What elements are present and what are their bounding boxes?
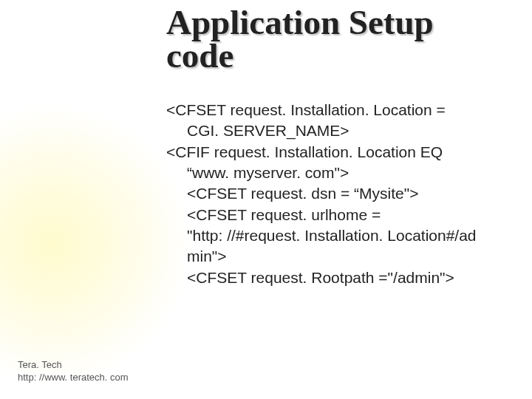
code-line: "http: //#request. Installation. Locatio… <box>166 225 491 246</box>
code-line: <CFSET request. urlhome = <box>166 205 491 225</box>
footer-brand: Tera. Tech <box>18 359 129 372</box>
code-line: <CFIF request. Installation. Location EQ <box>166 142 491 163</box>
code-line: <CFSET request. Installation. Location = <box>166 100 491 120</box>
footer: Tera. Tech http: //www. teratech. com <box>18 359 129 384</box>
background-glow <box>0 103 192 384</box>
code-block: <CFSET request. Installation. Location =… <box>166 100 491 288</box>
slide-title: Application Setup code <box>166 6 506 72</box>
code-line: min"> <box>166 246 491 267</box>
code-line: “www. myserver. com"> <box>166 163 491 183</box>
footer-url: http: //www. teratech. com <box>18 372 129 384</box>
code-line: <CFSET request. Rootpath ="/admin"> <box>166 267 491 288</box>
code-line: <CFSET request. dsn = “Mysite"> <box>166 183 491 204</box>
code-line: CGI. SERVER_NAME> <box>166 120 491 141</box>
